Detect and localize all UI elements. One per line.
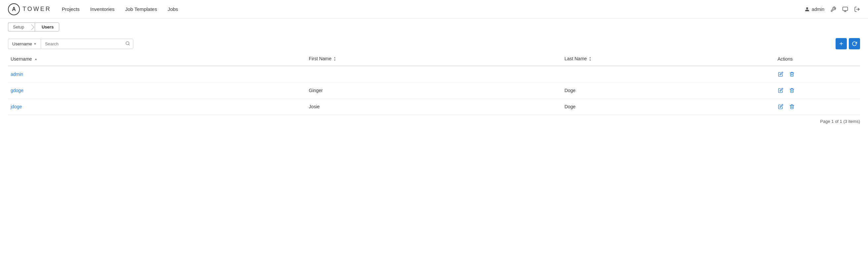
cell-lastname-jdoge: Doge — [562, 99, 775, 115]
admin-user: admin — [805, 7, 824, 12]
breadcrumb-users[interactable]: Users — [35, 23, 59, 31]
delete-gdoge-button[interactable] — [788, 87, 795, 94]
nav-projects[interactable]: Projects — [62, 5, 80, 13]
logo-circle: A — [8, 3, 20, 15]
logo-letter: A — [12, 6, 16, 12]
add-user-button[interactable]: + — [836, 38, 847, 49]
edit-jdoge-button[interactable] — [777, 103, 784, 110]
breadcrumb-setup[interactable]: Setup — [8, 23, 29, 31]
sort-firstname-icon[interactable]: ▴ ▾ — [334, 56, 335, 62]
col-username[interactable]: Username ▲ — [8, 52, 306, 66]
col-first-name[interactable]: First Name ▴ ▾ — [306, 52, 562, 66]
cell-lastname-admin — [562, 66, 775, 83]
table-row: admin — [8, 66, 860, 83]
users-table: Username ▲ First Name ▴ ▾ Last Name ▴ — [8, 52, 860, 115]
wrench-icon — [830, 6, 836, 12]
action-icons-gdoge — [777, 87, 858, 94]
cell-actions-admin — [775, 66, 860, 83]
edit-gdoge-button[interactable] — [777, 87, 784, 94]
monitor-button[interactable] — [842, 6, 848, 12]
search-input[interactable] — [41, 39, 133, 49]
users-table-wrap: Username ▲ First Name ▴ ▾ Last Name ▴ — [0, 52, 868, 115]
svg-rect-0 — [843, 7, 848, 10]
settings-button[interactable] — [830, 6, 836, 12]
logout-button[interactable] — [854, 6, 860, 12]
filter-label: Username — [12, 41, 32, 46]
filter-dropdown-button[interactable]: Username ▼ — [8, 39, 41, 49]
cell-actions-jdoge — [775, 99, 860, 115]
col-lastname-label: Last Name — [564, 56, 587, 61]
refresh-button[interactable] — [849, 38, 860, 49]
cell-firstname-jdoge: Josie — [306, 99, 562, 115]
refresh-icon — [852, 41, 857, 46]
edit-icon — [778, 104, 783, 109]
user-link-gdoge[interactable]: gdoge — [10, 88, 24, 93]
sort-down-ln: ▾ — [589, 59, 591, 62]
breadcrumb: Setup Users — [8, 23, 59, 31]
user-link-admin[interactable]: admin — [10, 72, 23, 77]
delete-admin-button[interactable] — [788, 71, 795, 78]
action-icons-jdoge — [777, 103, 858, 110]
action-icons-admin — [777, 71, 858, 78]
breadcrumb-bar: Setup Users — [0, 19, 868, 35]
lastname-gdoge: Doge — [564, 88, 575, 93]
search-left: Username ▼ — [8, 39, 133, 49]
cell-username-jdoge: jdoge — [8, 99, 306, 115]
col-firstname-label: First Name — [309, 56, 332, 61]
lastname-jdoge: Doge — [564, 104, 575, 109]
logo-text: TOWER — [23, 6, 51, 12]
cell-firstname-gdoge: Ginger — [306, 83, 562, 99]
table-row: jdoge Josie Doge — [8, 99, 860, 115]
table-row: gdoge Ginger Doge — [8, 83, 860, 99]
edit-icon — [778, 88, 783, 93]
search-input-wrap — [41, 39, 133, 49]
search-bar: Username ▼ + — [0, 35, 868, 52]
cell-actions-gdoge — [775, 83, 860, 99]
trash-icon — [789, 104, 795, 109]
cell-lastname-gdoge: Doge — [562, 83, 775, 99]
main-nav: Projects Inventories Job Templates Jobs — [62, 5, 805, 13]
col-actions-label: Actions — [777, 56, 793, 62]
nav-jobs[interactable]: Jobs — [168, 5, 178, 13]
firstname-jdoge: Josie — [309, 104, 320, 109]
user-icon — [805, 7, 810, 12]
pagination-text: Page 1 of 1 (3 items) — [820, 119, 860, 124]
admin-label: admin — [812, 7, 824, 12]
sort-username-icon[interactable]: ▲ — [34, 58, 37, 61]
user-link-jdoge[interactable]: jdoge — [10, 104, 22, 109]
chevron-down-icon: ▼ — [33, 42, 37, 46]
cell-username-gdoge: gdoge — [8, 83, 306, 99]
search-right: + — [836, 38, 860, 49]
col-last-name[interactable]: Last Name ▴ ▾ — [562, 52, 775, 66]
logo-link[interactable]: A TOWER — [8, 3, 51, 15]
col-actions: Actions — [775, 52, 860, 66]
sort-lastname-icon[interactable]: ▴ ▾ — [589, 56, 591, 62]
logout-icon — [854, 6, 860, 12]
monitor-icon — [842, 6, 848, 12]
plus-icon: + — [839, 40, 843, 47]
sort-up: ▲ — [34, 58, 37, 61]
sort-down-fn: ▾ — [334, 59, 335, 62]
firstname-gdoge: Ginger — [309, 88, 323, 93]
col-username-label: Username — [10, 56, 32, 62]
edit-icon — [778, 72, 783, 77]
breadcrumb-chevron — [29, 23, 35, 31]
delete-jdoge-button[interactable] — [788, 103, 795, 110]
trash-icon — [789, 72, 795, 77]
pagination-bar: Page 1 of 1 (3 items) — [0, 115, 868, 128]
nav-inventories[interactable]: Inventories — [90, 5, 115, 13]
navbar: A TOWER Projects Inventories Job Templat… — [0, 0, 868, 19]
edit-admin-button[interactable] — [777, 71, 784, 78]
trash-icon — [789, 88, 795, 93]
cell-username-admin: admin — [8, 66, 306, 83]
table-body: admin — [8, 66, 860, 115]
navbar-right: admin — [805, 6, 860, 12]
cell-firstname-admin — [306, 66, 562, 83]
table-header: Username ▲ First Name ▴ ▾ Last Name ▴ — [8, 52, 860, 66]
nav-job-templates[interactable]: Job Templates — [125, 5, 157, 13]
